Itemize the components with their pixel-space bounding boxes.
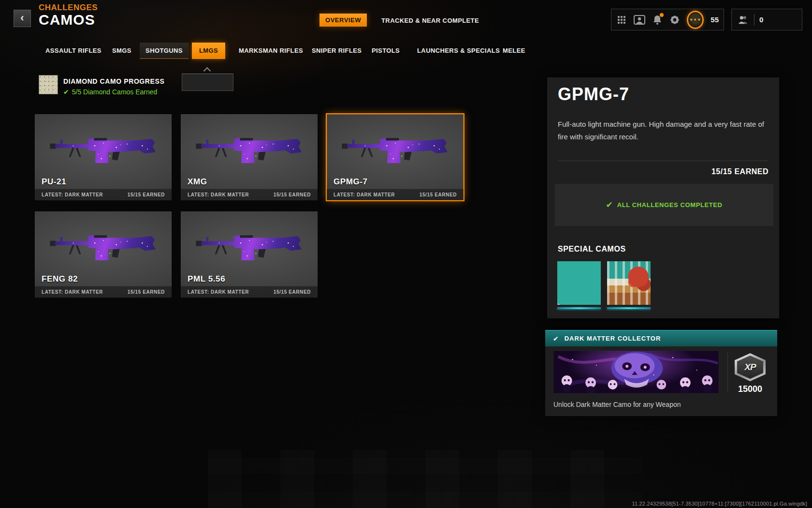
camo-progress-bar (557, 307, 601, 309)
weapon-card-gpmg7[interactable]: GPMG-7 LATEST: DARK MATTER15/15 EARNED (327, 114, 464, 200)
weapon-detail-panel: GPMG-7 Full-auto light machine gun. High… (547, 77, 779, 318)
diamond-camo-icon (39, 75, 58, 94)
check-icon: ✔ (63, 88, 69, 96)
hud-icon-bar: ★★★ 55 (611, 9, 724, 30)
weapon-name: PML 5.56 (188, 274, 225, 284)
xp-icon: XP (735, 353, 766, 381)
collector-header: ✔ DARK MATTER COLLECTOR (545, 330, 777, 346)
back-button[interactable]: ‹ (14, 10, 31, 27)
weapon-name: FENG 82 (42, 274, 78, 284)
latest-camo-label: LATEST: DARK MATTER (42, 192, 103, 197)
breadcrumb: CHALLENGES (39, 3, 98, 13)
tracked-near-complete-tab[interactable]: TRACKED & NEAR COMPLETE (381, 17, 479, 24)
detail-earned-count: 15/15 EARNED (711, 167, 768, 176)
player-level: 55 (710, 15, 719, 24)
weapon-card-xmg[interactable]: XMG LATEST: DARK MATTER15/15 EARNED (181, 114, 318, 200)
settings-gear-icon[interactable] (669, 14, 680, 26)
weapon-card-pml556[interactable]: PML 5.56 LATEST: DARK MATTER15/15 EARNED (181, 211, 318, 298)
weapon-name: XMG (188, 177, 207, 187)
dark-matter-collector-card[interactable]: ✔ DARK MATTER COLLECTOR (545, 330, 777, 416)
tab-smgs[interactable]: SMGS (112, 43, 131, 59)
tab-shotguns[interactable]: SHOTGUNS (140, 43, 188, 59)
party-count: 0 (759, 15, 763, 24)
divider (558, 161, 768, 161)
player-card-icon[interactable] (634, 14, 645, 26)
special-camos-title: SPECIAL CAMOS (558, 245, 626, 254)
weapon-image (339, 128, 451, 165)
detail-weapon-description: Full-auto light machine gun. High damage… (558, 118, 766, 143)
tab-sniper-rifles[interactable]: SNIPER RIFLES (312, 43, 362, 59)
earned-label: 15/15 EARNED (420, 192, 457, 197)
latest-camo-label: LATEST: DARK MATTER (188, 289, 249, 295)
weapon-image (47, 128, 160, 165)
notifications-bell-icon[interactable] (652, 14, 663, 26)
earned-label: 15/15 EARNED (274, 192, 311, 197)
check-icon: ✔ (606, 200, 612, 210)
earned-label: 15/15 EARNED (128, 289, 165, 295)
notification-dot (660, 13, 664, 17)
diamond-progress-title: DIAMOND CAMO PROGRESS (63, 77, 164, 85)
tab-lmgs[interactable]: LMGS (192, 43, 225, 59)
menu-grid-icon[interactable] (616, 14, 627, 26)
special-camo-thumbnail-2[interactable] (607, 261, 651, 305)
weapon-name: PU-21 (42, 177, 66, 187)
detail-weapon-name: GPMG-7 (558, 84, 629, 105)
latest-camo-label: LATEST: DARK MATTER (42, 289, 103, 295)
weapon-image (193, 128, 305, 165)
overview-button[interactable]: OVERVIEW (319, 14, 367, 27)
weapon-name: GPMG-7 (334, 177, 368, 187)
camos-screen: ‹ CHALLENGES CAMOS OVERVIEW TRACKED & NE… (0, 0, 812, 508)
weapon-card-pu21[interactable]: PU-21 LATEST: DARK MATTER15/15 EARNED (35, 114, 172, 200)
divider (754, 14, 754, 26)
build-version: 11.22.24329538[51-7.3530]10778+11:[7300]… (632, 501, 807, 507)
page-title: CAMOS (39, 12, 95, 28)
tab-melee[interactable]: MELEE (503, 43, 525, 59)
collector-description: Unlock Dark Matter Camo for any Weapon (553, 401, 681, 408)
lmgs-tab-tooltip (182, 74, 233, 91)
tab-assault-rifles[interactable]: ASSAULT RIFLES (45, 43, 102, 59)
latest-camo-label: LATEST: DARK MATTER (188, 192, 249, 197)
chevron-left-icon: ‹ (20, 12, 24, 24)
earned-label: 15/15 EARNED (274, 289, 311, 295)
divider (727, 352, 728, 392)
tab-marksman-rifles[interactable]: MARKSMAN RIFLES (239, 43, 303, 59)
diamond-progress-status: ✔5/5 Diamond Camos Earned (63, 88, 157, 96)
dark-matter-artwork (553, 351, 719, 393)
collector-title: DARK MATTER COLLECTOR (565, 335, 661, 342)
friends-icon (738, 14, 749, 26)
latest-camo-label: LATEST: DARK MATTER (334, 192, 395, 197)
weapon-card-feng82[interactable]: FENG 82 LATEST: DARK MATTER15/15 EARNED (35, 211, 172, 298)
challenges-completed-banner: ✔ ALL CHALLENGES COMPLETED (555, 184, 773, 226)
background-texture (208, 450, 643, 508)
weapon-image (193, 225, 305, 263)
special-camo-thumbnail-1[interactable] (557, 261, 601, 305)
check-icon: ✔ (553, 335, 559, 343)
social-bar[interactable]: 0 (731, 9, 802, 30)
tab-launchers-specials[interactable]: LAUNCHERS & SPECIALS (417, 43, 500, 59)
camo-progress-bar (607, 307, 651, 309)
weapon-image (47, 225, 160, 263)
tab-pistols[interactable]: PISTOLS (372, 43, 400, 59)
prestige-emblem-icon[interactable]: ★★★ (687, 11, 704, 29)
xp-reward-value: 15000 (729, 384, 771, 394)
earned-label: 15/15 EARNED (128, 192, 165, 197)
